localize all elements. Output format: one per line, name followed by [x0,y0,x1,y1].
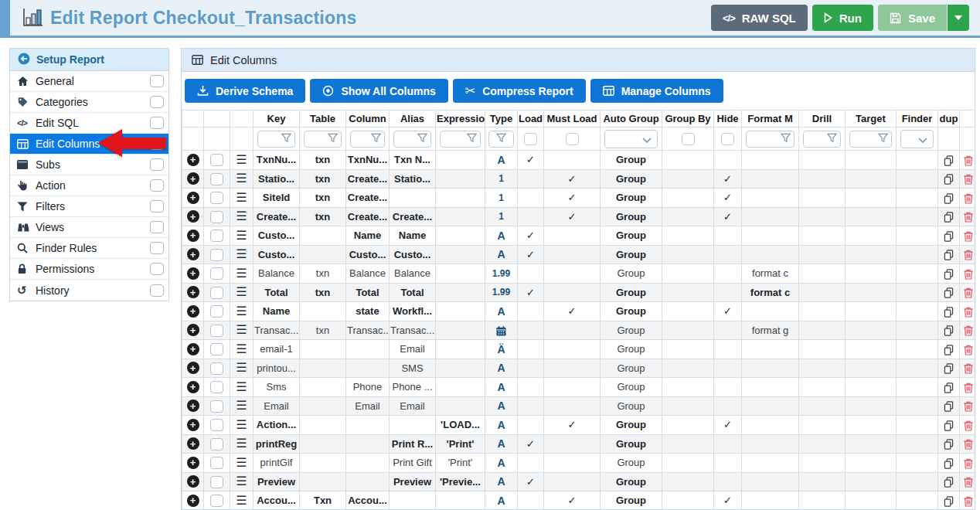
expression-cell[interactable] [436,359,485,378]
sidebar-item-checkbox[interactable] [150,221,164,233]
expression-cell[interactable] [436,321,485,340]
key-cell[interactable]: Sms [254,378,300,397]
auto-group-cell[interactable]: Group [601,454,662,473]
format-mask-cell[interactable]: format c [742,264,799,284]
key-cell[interactable]: Statio... [254,169,300,189]
type-cell[interactable]: A [485,416,518,435]
key-cell[interactable]: Action... [254,416,300,435]
column-cell[interactable]: Custo... [346,245,390,264]
drag-handle-icon[interactable]: ☰ [236,209,247,223]
must-load-cell[interactable]: ✓ [544,302,601,321]
type-cell[interactable]: A [485,226,518,246]
format-mask-cell[interactable] [742,454,799,473]
hide-cell[interactable] [714,396,742,416]
show-all-columns-button[interactable]: Show All Columns [310,79,447,103]
hide-cell[interactable]: ✓ [714,207,742,226]
expression-cell[interactable] [436,396,485,416]
finder-cell[interactable] [897,207,938,226]
expression-cell[interactable] [436,340,485,359]
load-cell[interactable] [518,189,544,208]
finder-cell[interactable] [897,491,938,510]
type-cell[interactable]: 1 [485,169,518,189]
type-cell[interactable]: 1.99 [485,264,518,284]
drill-cell[interactable] [799,416,846,435]
type-cell[interactable]: A [485,302,518,321]
row-checkbox[interactable] [210,343,223,355]
hide-cell[interactable] [714,340,742,359]
drag-handle-icon[interactable]: ☰ [236,399,247,412]
sidebar-item-categories[interactable]: Categories [10,92,168,113]
type-cell[interactable]: A [485,491,518,510]
finder-cell[interactable] [897,264,938,284]
format-mask-cell[interactable] [742,207,799,226]
target-cell[interactable] [846,359,897,378]
drag-handle-icon[interactable]: ☰ [236,172,247,185]
hide-cell[interactable]: ✓ [714,302,742,321]
group-by-cell[interactable] [662,169,714,189]
drag-handle-icon[interactable]: ☰ [236,456,247,469]
format-mask-cell[interactable] [742,245,799,264]
table-cell[interactable] [300,472,346,491]
sidebar-item-subs[interactable]: Subs [10,155,168,175]
drill-cell[interactable] [799,169,846,189]
row-checkbox[interactable] [210,476,223,488]
alias-cell[interactable] [390,189,436,208]
sidebar-item-history[interactable]: ↺ History [10,280,168,301]
hide-cell[interactable] [714,359,742,378]
must-load-cell[interactable] [544,151,601,170]
drill-cell[interactable] [799,396,846,416]
auto-group-cell[interactable]: Group [601,151,662,170]
target-cell[interactable] [846,245,897,264]
row-checkbox[interactable] [210,267,223,280]
must-load-cell[interactable] [544,434,601,454]
expand-row-button[interactable]: + [187,475,199,488]
format-mask-cell[interactable] [742,378,799,397]
drill-cell[interactable] [799,245,846,264]
drill-cell[interactable] [799,321,846,340]
row-checkbox[interactable] [210,457,223,469]
delete-row-icon[interactable] [964,363,973,374]
sidebar-item-checkbox[interactable] [150,138,164,150]
group-by-cell[interactable] [662,378,714,397]
column-filter-input[interactable] [350,131,385,148]
column-cell[interactable] [346,359,390,378]
key-cell[interactable]: printGif [254,454,300,473]
finder-cell[interactable] [897,245,938,264]
row-checkbox[interactable] [210,249,223,261]
alias-cell[interactable]: Create... [390,207,436,226]
alias-cell[interactable]: Phone ... [390,378,436,397]
sidebar-item-edit-sql[interactable]: </> Edit SQL [10,113,168,134]
auto-group-cell[interactable]: Group [601,472,662,491]
target-cell[interactable] [846,321,897,340]
table-filter-input[interactable] [304,131,342,148]
sidebar-item-checkbox[interactable] [150,179,164,192]
duplicate-row-icon[interactable] [944,325,954,336]
target-cell[interactable] [846,340,897,359]
row-checkbox[interactable] [210,381,223,393]
alias-cell[interactable] [390,416,436,435]
format-mask-cell[interactable]: format g [742,321,799,340]
drill-cell[interactable] [799,283,846,302]
load-cell[interactable] [518,416,544,435]
expand-row-button[interactable]: + [187,286,199,298]
drill-cell[interactable] [799,151,846,170]
key-cell[interactable]: Create... [254,207,300,226]
key-cell[interactable]: Transac... [254,321,300,340]
drill-cell[interactable] [799,472,846,491]
finder-cell[interactable] [897,321,938,340]
finder-cell[interactable] [897,340,938,359]
key-cell[interactable]: Preview [254,472,300,491]
alias-filter-input[interactable] [393,131,431,148]
finder-cell[interactable] [897,302,938,321]
duplicate-row-icon[interactable] [944,477,954,488]
delete-row-icon[interactable] [964,250,973,260]
finder-cell[interactable] [897,378,938,397]
alias-cell[interactable]: Balance [390,264,436,284]
auto-group-filter-select[interactable] [604,130,658,148]
must-load-cell[interactable] [544,245,601,264]
table-cell[interactable]: txn [300,283,346,302]
table-cell[interactable] [300,359,346,378]
load-cell[interactable] [518,454,544,473]
sidebar-item-checkbox[interactable] [150,117,164,129]
target-cell[interactable] [846,472,897,491]
